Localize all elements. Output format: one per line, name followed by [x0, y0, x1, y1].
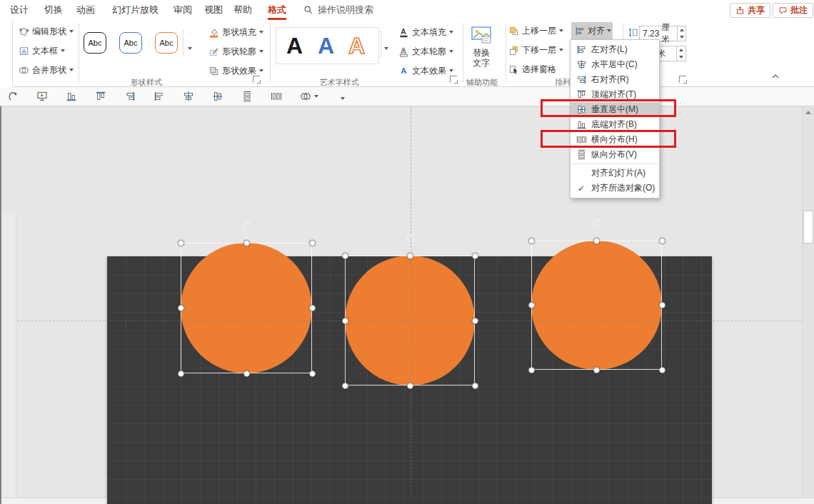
shape-styles-gallery-more-icon[interactable] [188, 40, 192, 53]
shape-fill-icon [208, 27, 219, 38]
distribute-vertical-icon[interactable] [241, 91, 253, 102]
wordart-style-1[interactable]: A [286, 34, 303, 57]
wordart-gallery[interactable]: A A A [276, 27, 379, 64]
scrollbar-thumb[interactable] [803, 211, 813, 243]
send-backward-label: 下移一层 [522, 44, 556, 56]
shape-style-tile-3[interactable]: Abc [155, 32, 178, 54]
align-left-icon[interactable] [154, 91, 165, 102]
menu-item-align-to-slide[interactable]: 对齐幻灯片(A) [571, 166, 659, 181]
qat-more-icon[interactable] [341, 90, 345, 103]
resize-handle[interactable] [178, 240, 184, 246]
selection-pane-button[interactable]: 选择窗格 [508, 62, 556, 76]
merge-shapes-button[interactable]: 合并形状 [19, 63, 74, 77]
height-stepper[interactable] [677, 26, 685, 41]
size-dialog-launcher-icon[interactable] [679, 76, 686, 83]
chevron-down-icon [559, 49, 563, 51]
vertical-scrollbar[interactable] [802, 106, 814, 498]
alt-text-button[interactable]: 替换 文字 [466, 26, 497, 68]
chevron-down-icon [259, 31, 263, 34]
menu-item-label: 水平居中(C) [591, 59, 638, 71]
shape-style-tile-1[interactable]: Abc [84, 32, 106, 54]
tab-transitions[interactable]: 切换 [44, 0, 63, 20]
shape-styles-dialog-launcher-icon[interactable] [253, 76, 260, 83]
align-center-icon[interactable] [183, 91, 194, 102]
resize-handle[interactable] [593, 238, 600, 244]
shape-fill-button[interactable]: 形状填充 [208, 25, 263, 39]
text-effects-button[interactable]: A 文本效果 [398, 64, 453, 78]
menu-item-align-selected-objects[interactable]: ✓ 对齐所选对象(O) [571, 181, 659, 196]
scroll-up-icon[interactable] [804, 109, 813, 117]
rotate-handle-icon[interactable] [240, 219, 253, 232]
slideshow-icon[interactable] [36, 91, 48, 102]
shape-effects-label: 形状效果 [222, 65, 256, 77]
menu-item-distribute-vertical[interactable]: 纵向分布(V) [571, 147, 659, 162]
tab-format-active[interactable]: 格式 [268, 0, 286, 20]
distribute-vertical-icon [576, 149, 587, 161]
shape-fill-label: 形状填充 [222, 26, 256, 39]
shape-style-tile-2[interactable]: Abc [119, 32, 142, 54]
text-outline-button[interactable]: A 文本轮廓 [398, 44, 453, 59]
resize-handle[interactable] [528, 238, 535, 244]
wordart-style-3[interactable]: A [348, 34, 365, 57]
slide-editor-area [0, 106, 814, 498]
tab-design[interactable]: 设计 [10, 0, 29, 20]
menu-item-label: 对齐幻灯片(A) [591, 167, 645, 179]
align-right-icon[interactable] [124, 91, 136, 102]
tab-review[interactable]: 审阅 [174, 0, 192, 20]
align-bottom-icon[interactable] [66, 91, 77, 102]
menu-item-align-right[interactable]: 右对齐(R) [571, 72, 659, 87]
menu-item-align-left[interactable]: 左对齐(L) [571, 42, 659, 57]
distribute-horizontal-icon[interactable] [271, 91, 282, 102]
align-middle-icon[interactable] [212, 91, 223, 102]
insert-shapes-gallery-cropped [0, 20, 13, 87]
tab-slideshow[interactable]: 幻灯片放映 [112, 0, 159, 20]
shape-height-value: 7.23 [640, 29, 659, 39]
resize-handle[interactable] [243, 240, 250, 246]
menu-item-label: 右对齐(R) [591, 74, 629, 86]
edit-shape-button[interactable]: 编辑形状 [19, 24, 74, 39]
accessibility-group-label: 辅助功能 [450, 77, 514, 88]
width-stepper[interactable] [676, 46, 685, 61]
bring-forward-button[interactable]: 上移一层 [508, 24, 563, 38]
ribbon-tab-bar: 设计 切换 动画 幻灯片放映 审阅 视图 帮助 格式 操作说明搜索 共享 批注 [0, 0, 814, 20]
send-backward-button[interactable]: 下移一层 [508, 43, 563, 57]
chevron-down-icon [449, 31, 453, 34]
chevron-down-icon [449, 69, 453, 72]
tab-help[interactable]: 帮助 [233, 0, 252, 20]
rotate-handle-icon[interactable] [403, 232, 416, 245]
svg-text:A: A [401, 28, 406, 36]
merge-shapes-label: 合并形状 [32, 64, 66, 76]
rotate-handle-icon[interactable] [591, 217, 603, 230]
text-outline-icon: A [398, 46, 409, 57]
shape-outline-button[interactable]: 形状轮廓 [208, 44, 263, 59]
align-right-icon [576, 74, 587, 86]
align-button[interactable]: 对齐 [571, 22, 613, 39]
resize-handle[interactable] [659, 238, 665, 244]
tab-view[interactable]: 视图 [204, 0, 223, 20]
alt-text-label-line2: 文字 [466, 58, 497, 68]
tell-me-search[interactable]: 操作说明搜索 [303, 0, 373, 20]
align-top-icon[interactable] [95, 91, 106, 102]
text-box-button[interactable]: A 文本框 [19, 44, 65, 58]
divider [79, 23, 79, 83]
wordart-gallery-more-icon[interactable] [384, 40, 388, 53]
text-fill-button[interactable]: A 文本填充 [398, 25, 453, 39]
alt-text-label-line1: 替换 [466, 48, 497, 58]
tab-animations[interactable]: 动画 [76, 0, 95, 20]
shape-height-unit: 厘米 [659, 21, 677, 46]
text-outline-label: 文本轮廓 [412, 46, 446, 58]
shape-outline-icon [208, 46, 219, 57]
quick-access-toolbar [0, 87, 814, 106]
slide-canvas[interactable] [107, 256, 712, 504]
resize-handle[interactable] [309, 240, 316, 246]
menu-item-label: 对齐所选对象(O) [591, 182, 655, 194]
collapse-ribbon-icon[interactable] [771, 73, 780, 80]
menu-item-align-center[interactable]: 水平居中(C) [571, 57, 659, 72]
merge-shapes-qat-button[interactable] [300, 91, 318, 102]
share-button[interactable]: 共享 [730, 3, 770, 18]
empty-icon-slot [576, 168, 587, 179]
comments-label: 批注 [790, 4, 808, 16]
comments-button[interactable]: 批注 [773, 3, 813, 18]
wordart-style-2[interactable]: A [318, 34, 334, 57]
redo-icon[interactable] [7, 91, 19, 102]
